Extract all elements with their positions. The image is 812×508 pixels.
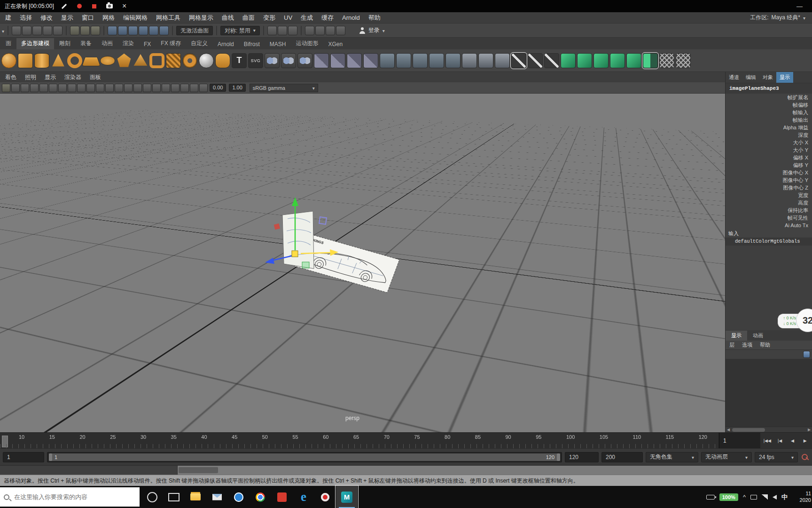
svg-tool-icon[interactable]	[248, 53, 263, 68]
live-surface-field[interactable]: 无激活曲面	[176, 26, 213, 35]
lock-camera-icon[interactable]	[11, 84, 20, 92]
scroll-right-icon[interactable]	[806, 427, 812, 433]
play-back-icon[interactable]	[787, 436, 798, 445]
xray-icon[interactable]	[190, 84, 198, 92]
panel-menu-item[interactable]: 面板	[86, 73, 105, 81]
snap-make-live-icon[interactable]	[159, 26, 169, 35]
workspace-selector[interactable]: 工作区: Maya 经典*	[750, 14, 812, 22]
channel-attribute[interactable]: 帧输入	[726, 109, 812, 116]
layer-list[interactable]	[726, 359, 812, 427]
separate-mesh-icon[interactable]	[330, 53, 345, 68]
toolkit-move-icon[interactable]	[577, 53, 592, 68]
menu-item[interactable]: 曲面	[238, 14, 259, 22]
menu-item[interactable]: 曲线	[218, 14, 238, 22]
panel-menu-item[interactable]: 着色	[1, 73, 21, 81]
channel-box-tab[interactable]: 编辑	[742, 72, 759, 83]
clock-app-icon[interactable]	[228, 486, 250, 508]
toolkit-select-icon[interactable]	[561, 53, 576, 68]
current-frame-field[interactable]: 1	[719, 433, 760, 448]
panel-menu-item[interactable]: 显示	[40, 73, 60, 81]
scene-open-icon[interactable]	[22, 26, 31, 35]
range-handle-left[interactable]	[49, 453, 52, 461]
symmetry-x-active-icon[interactable]	[643, 53, 658, 68]
bool-intersect-icon[interactable]	[297, 53, 312, 68]
menu-item[interactable]: Arnold	[338, 14, 364, 21]
channel-attribute[interactable]: 宽度	[726, 191, 812, 199]
poly-platonic-icon[interactable]	[117, 53, 132, 68]
bool-difference-icon[interactable]	[281, 53, 296, 68]
grid-toggle-icon[interactable]	[68, 84, 76, 92]
hud-toggle-icon[interactable]	[133, 84, 142, 92]
gate-mask-icon[interactable]	[96, 84, 104, 92]
ssao-icon[interactable]	[162, 84, 170, 92]
select-camera-icon[interactable]	[2, 84, 10, 92]
undo-icon[interactable]	[43, 26, 52, 35]
fps-dropdown[interactable]: 24 fps	[755, 452, 798, 462]
shelf-tab[interactable]: Bifrost	[239, 40, 265, 49]
shelf-tab[interactable]: 自定义	[186, 38, 212, 49]
channel-attribute[interactable]: 大小 X	[726, 139, 812, 146]
layer-editor-tab[interactable]: 显示	[726, 331, 747, 341]
volume-icon[interactable]	[773, 495, 777, 500]
render-frame-icon[interactable]	[305, 26, 314, 35]
file-explorer-icon[interactable]	[185, 486, 206, 508]
shelf-tab[interactable]: 动画	[97, 38, 117, 49]
poly-pipe-icon[interactable]	[149, 53, 164, 68]
character-set-dropdown[interactable]: 无角色集	[646, 452, 698, 462]
new-layer-icon[interactable]	[803, 351, 810, 358]
scrollbar-thumb[interactable]	[732, 428, 765, 432]
gamma-field[interactable]: 1.00	[229, 84, 245, 92]
channel-attribute[interactable]: 图像中心 Z	[726, 184, 812, 191]
construction-history-icon[interactable]	[288, 26, 297, 35]
shelf-tab[interactable]: 运动图形	[291, 38, 323, 49]
bridge-tool-icon[interactable]	[495, 53, 510, 68]
task-view-icon[interactable]	[163, 486, 185, 508]
minimize-icon[interactable]: —	[796, 3, 803, 10]
auto-keyframe-icon[interactable]	[801, 453, 809, 461]
shelf-tab[interactable]: Arnold	[213, 40, 239, 49]
output-connections-icon[interactable]	[278, 26, 287, 35]
ipr-render-icon[interactable]	[315, 26, 325, 35]
smooth-mesh-icon[interactable]	[396, 53, 411, 68]
menu-item[interactable]: 生成	[297, 14, 317, 22]
menu-item[interactable]: UV	[280, 14, 297, 21]
poly-cylinder-icon[interactable]	[34, 53, 49, 68]
anim-layer-dropdown[interactable]: 无动画层	[701, 452, 752, 462]
field-chart-icon[interactable]	[105, 84, 114, 92]
symmetry-dropdown[interactable]: 对称: 禁用	[220, 26, 260, 35]
channel-attribute[interactable]: 保持比率	[726, 206, 812, 214]
multisample-icon[interactable]	[180, 84, 189, 92]
range-handle-right[interactable]	[557, 453, 560, 461]
goto-start-icon[interactable]	[762, 436, 773, 445]
poly-pyramid-icon[interactable]	[133, 53, 148, 68]
cortana-icon[interactable]	[141, 486, 163, 508]
poly-disc-icon[interactable]	[100, 56, 115, 65]
poly-superellipse-icon[interactable]	[215, 53, 230, 68]
channel-attribute[interactable]: 高度	[726, 199, 812, 206]
layer-menu-item[interactable]: 选项	[738, 341, 756, 349]
shelf-tab[interactable]: 渲染	[118, 38, 139, 49]
plane-handle-z[interactable]	[319, 217, 327, 224]
pause-icon[interactable]	[336, 26, 345, 35]
snap-viewplane-icon[interactable]	[149, 26, 158, 35]
channel-box-tab[interactable]: 对象	[759, 72, 776, 83]
shelf-tab[interactable]: 多边形建模	[16, 38, 54, 49]
network-icon[interactable]	[762, 494, 768, 500]
shelf-tab[interactable]: 雕刻	[55, 38, 75, 49]
poly-helix-icon[interactable]	[166, 53, 181, 68]
channel-attribute[interactable]: 偏移 Y	[726, 161, 812, 169]
render-settings-icon[interactable]	[326, 26, 335, 35]
plane-handle-x[interactable]	[274, 223, 280, 230]
view-transform-dropdown[interactable]: sRGB gamma	[250, 84, 318, 92]
chrome-icon[interactable]	[250, 486, 271, 508]
channel-attribute[interactable]: 大小 Y	[726, 146, 812, 154]
toolkit-extrude-icon[interactable]	[610, 53, 625, 68]
red-app-icon[interactable]	[271, 486, 293, 508]
recorder-icon[interactable]	[314, 486, 336, 508]
edge-icon[interactable]	[293, 486, 314, 508]
menu-item[interactable]: 变形	[259, 14, 280, 22]
panel-menu-item[interactable]: 渲染器	[60, 73, 86, 81]
quadrangulate-mesh-icon[interactable]	[429, 53, 444, 68]
plane-handle-y[interactable]	[302, 262, 309, 268]
touch-keyboard-icon[interactable]	[750, 495, 757, 500]
